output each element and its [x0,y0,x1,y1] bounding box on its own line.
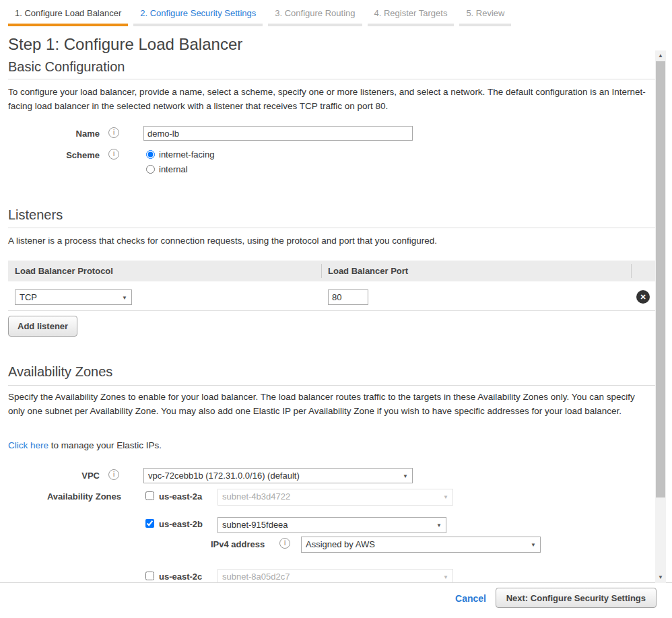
chevron-down-icon: ▼ [403,473,408,479]
scheme-option-internet-facing[interactable]: internet-facing [146,149,214,160]
zone-checkbox-us-east-2c[interactable] [145,572,154,580]
section-divider [8,228,655,228]
vpc-select-value: vpc-72cebb1b (172.31.0.0/16) (default) [148,471,300,481]
add-listener-button[interactable]: Add listener [8,316,77,337]
column-divider [631,264,632,278]
name-input[interactable] [143,126,413,141]
scroll-down-arrow-icon[interactable]: ▼ [655,572,666,583]
scheme-label: Scheme [40,150,100,160]
zone-name: us-east-2c [159,572,202,582]
delete-listener-icon[interactable]: ✕ [636,290,650,304]
chevron-down-icon: ▼ [443,494,448,500]
vpc-info-icon[interactable]: i [108,469,119,480]
listeners-description: A listener is a process that checks for … [8,234,649,248]
scheme-option-internal[interactable]: internal [146,164,188,174]
port-input[interactable] [328,289,368,305]
ipv4-address-label: IPv4 address [211,539,275,549]
scrollbar-thumb[interactable] [656,61,665,497]
scroll-content-region: Basic Configuration To configure your lo… [0,0,672,583]
column-header-port: Load Balancer Port [328,266,408,276]
subnet-select-value: subnet-4b3d4722 [222,491,290,502]
create-load-balancer-wizard: 1. Configure Load Balancer 2. Configure … [0,0,672,618]
elastic-ip-line-text: to manage your Elastic IPs. [48,440,162,450]
section-divider [8,385,655,386]
chevron-down-icon: ▼ [436,522,442,528]
ipv4-select-value: Assigned by AWS [306,539,375,549]
subnet-select-us-east-2a: subnet-4b3d4722 ▼ [217,489,453,506]
vpc-select[interactable]: vpc-72cebb1b (172.31.0.0/16) (default) ▼ [143,468,413,483]
listeners-table-header: Load Balancer Protocol Load Balancer Por… [8,261,655,281]
zone-checkbox-us-east-2a[interactable] [145,491,154,500]
subnet-select-us-east-2b[interactable]: subnet-915fdeea ▼ [217,517,446,533]
protocol-select[interactable]: TCP ▼ [15,289,132,305]
radio-option-label: internal [159,164,188,174]
internet-facing-radio[interactable] [146,150,155,159]
ipv4-info-icon[interactable]: i [279,538,290,549]
section-divider [8,79,655,79]
next-configure-security-settings-button[interactable]: Next: Configure Security Settings [496,588,657,608]
cancel-button[interactable]: Cancel [455,593,486,604]
availability-zones-label: Availability Zones [27,491,121,502]
chevron-down-icon: ▼ [531,542,536,548]
name-label: Name [40,129,100,139]
listeners-heading: Listeners [8,207,63,223]
subnet-select-us-east-2c: subnet-8a05d2c7 ▼ [217,569,453,583]
listener-row: TCP ▼ ✕ [8,281,655,311]
elastic-ip-line: Click here to manage your Elastic IPs. [8,438,649,452]
protocol-select-value: TCP [20,292,37,302]
zone-name: us-east-2b [159,519,203,529]
vertical-scrollbar[interactable]: ▲ ▼ [655,50,666,583]
ipv4-address-select[interactable]: Assigned by AWS ▼ [301,537,541,553]
chevron-down-icon: ▼ [443,574,448,580]
basic-configuration-description: To configure your load balancer, provide… [8,85,649,113]
zone-checkbox-us-east-2b[interactable] [145,519,154,528]
zone-name: us-east-2a [159,491,202,502]
manage-elastic-ips-link[interactable]: Click here [8,440,48,450]
column-divider [321,264,322,278]
subnet-select-value: subnet-915fdeea [222,520,288,530]
subnet-select-value: subnet-8a05d2c7 [222,572,290,582]
name-info-icon[interactable]: i [108,127,119,138]
internal-radio[interactable] [146,165,155,174]
chevron-down-icon: ▼ [122,295,127,301]
scroll-up-arrow-icon[interactable]: ▲ [655,50,666,61]
scheme-info-icon[interactable]: i [108,149,119,160]
column-header-protocol: Load Balancer Protocol [15,266,113,276]
basic-configuration-heading: Basic Configuration [8,59,125,75]
availability-zones-heading: Availability Zones [8,364,112,380]
availability-zones-description: Specify the Availability Zones to enable… [8,390,653,418]
vpc-label: VPC [40,471,100,481]
radio-option-label: internet-facing [159,149,214,160]
